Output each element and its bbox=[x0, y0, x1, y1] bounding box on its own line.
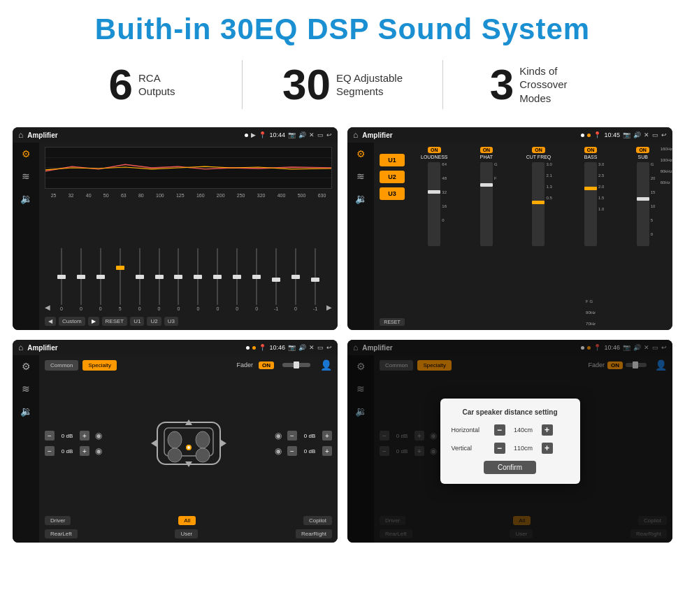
fader-control: Fader ON bbox=[236, 361, 310, 369]
fader-x-icon: ✕ bbox=[309, 344, 315, 351]
eq-back-btn[interactable]: ◀ bbox=[45, 317, 56, 326]
speaker-row-1: − 0 dB + ◉ bbox=[45, 431, 102, 440]
eq-slider-14[interactable]: -1 bbox=[307, 248, 324, 311]
fader-tab-specialty[interactable]: Specialty bbox=[82, 360, 116, 371]
crossover-u1-btn[interactable]: U1 bbox=[380, 154, 405, 166]
fader-driver-btn[interactable]: Driver bbox=[45, 516, 71, 525]
bass-name: BASS bbox=[584, 155, 598, 159]
eq-slider-3[interactable]: 0 bbox=[92, 248, 109, 311]
eq-u1-btn[interactable]: U1 bbox=[130, 317, 144, 326]
crossover-sidebar-speaker-icon[interactable]: 🔉 bbox=[355, 193, 367, 204]
fader-sidebar-speaker-icon[interactable]: 🔉 bbox=[20, 406, 32, 417]
speaker1-minus[interactable]: − bbox=[45, 431, 55, 440]
loudness-toggle[interactable]: ON bbox=[428, 147, 441, 153]
sub-slider[interactable] bbox=[637, 162, 649, 246]
distance-dialog: Car speaker distance setting Horizontal … bbox=[440, 399, 580, 484]
crossover-sidebar-wave-icon[interactable]: ≋ bbox=[356, 171, 365, 182]
fader-layout: − 0 dB + ◉ − 0 dB + ◉ bbox=[45, 375, 332, 512]
speaker4-plus[interactable]: + bbox=[322, 446, 332, 456]
eq-back-icon[interactable]: ↩ bbox=[326, 131, 332, 138]
fader-user-btn[interactable]: User bbox=[175, 529, 198, 538]
dialog-horizontal-plus[interactable]: + bbox=[542, 424, 553, 436]
fader-sidebar-equalizer-icon[interactable]: ⚙ bbox=[22, 361, 31, 372]
eq-preset-custom[interactable]: Custom bbox=[59, 317, 85, 326]
eq-slider-8[interactable]: 0 bbox=[189, 248, 206, 311]
fader-pin-icon: 📍 bbox=[259, 344, 266, 351]
eq-slider-1[interactable]: 0 bbox=[53, 248, 70, 311]
eq-scroll-left-icon[interactable]: ◀ bbox=[45, 303, 50, 311]
cutfreq-toggle[interactable]: ON bbox=[532, 147, 545, 153]
eq-dot-1 bbox=[245, 134, 248, 137]
eq-play-btn[interactable]: ▶ bbox=[88, 317, 99, 326]
speaker1-plus[interactable]: + bbox=[80, 431, 89, 440]
dialog-horizontal-minus[interactable]: − bbox=[494, 424, 505, 436]
dialog-vertical-minus[interactable]: − bbox=[494, 443, 505, 454]
cutfreq-slider[interactable] bbox=[532, 162, 545, 246]
eq-u3-btn[interactable]: U3 bbox=[164, 317, 178, 326]
speaker3-plus[interactable]: + bbox=[322, 431, 332, 440]
fader-home-icon[interactable]: ⌂ bbox=[18, 343, 23, 352]
eq-slider-11[interactable]: 0 bbox=[248, 248, 265, 311]
speaker3-minus[interactable]: − bbox=[287, 431, 297, 440]
eq-graph bbox=[45, 147, 332, 189]
eq-reset-btn[interactable]: RESET bbox=[102, 317, 128, 326]
crossover-screen-content: ⚙ ≋ 🔉 U1 U2 U3 RESET ON LOUDNESS bbox=[347, 143, 672, 330]
speaker3-icon: ◉ bbox=[275, 431, 282, 440]
fader-all-btn[interactable]: All bbox=[178, 516, 196, 525]
channel-phat: ON PHAT G F bbox=[463, 147, 511, 326]
fader-bottom-btns: Driver All Copilot bbox=[45, 516, 332, 525]
eq-vol-icon: 🔊 bbox=[298, 131, 306, 138]
fader-tab-common[interactable]: Common bbox=[45, 360, 78, 371]
dialog-confirm-button[interactable]: Confirm bbox=[484, 461, 536, 474]
fader-toggle[interactable]: ON bbox=[259, 361, 274, 369]
eq-slider-13[interactable]: 0 bbox=[287, 248, 304, 311]
crossover-sidebar-equalizer-icon[interactable]: ⚙ bbox=[356, 148, 366, 159]
loudness-slider[interactable] bbox=[428, 162, 440, 246]
phat-toggle[interactable]: ON bbox=[480, 147, 493, 153]
speaker2-plus[interactable]: + bbox=[80, 446, 89, 456]
eq-slider-6[interactable]: 0 bbox=[151, 248, 168, 311]
eq-slider-4[interactable]: 5 bbox=[112, 248, 129, 311]
eq-slider-7[interactable]: 0 bbox=[171, 248, 187, 311]
eq-scroll-right-icon[interactable]: ▶ bbox=[326, 303, 332, 311]
eq-pin-icon: 📍 bbox=[259, 131, 266, 138]
eq-sidebar-equalizer-icon[interactable]: ⚙ bbox=[22, 148, 31, 159]
dialog-vertical-plus[interactable]: + bbox=[542, 443, 553, 454]
phat-slider[interactable] bbox=[480, 162, 493, 246]
fader-bottom-btns-2: RearLeft User RearRight bbox=[45, 529, 332, 538]
fader-cam-icon: 📷 bbox=[288, 344, 296, 351]
eq-slider-12[interactable]: -1 bbox=[268, 248, 284, 311]
speaker4-minus[interactable]: − bbox=[287, 446, 297, 456]
fader-dot-1 bbox=[246, 346, 250, 350]
fader-rearright-btn[interactable]: RearRight bbox=[296, 529, 332, 538]
speaker4-val: 0 dB bbox=[300, 448, 319, 454]
eq-slider-5[interactable]: 0 bbox=[131, 248, 148, 311]
sub-toggle[interactable]: ON bbox=[636, 147, 649, 153]
eq-u2-btn[interactable]: U2 bbox=[147, 317, 161, 326]
bass-slider[interactable] bbox=[584, 162, 597, 246]
eq-slider-2[interactable]: 0 bbox=[73, 248, 89, 311]
eq-home-icon[interactable]: ⌂ bbox=[18, 130, 23, 140]
speaker2-val: 0 dB bbox=[57, 448, 77, 454]
speaker2-minus[interactable]: − bbox=[45, 446, 55, 456]
eq-status-bar: ⌂ Amplifier ▶ 📍 10:44 📷 🔊 ✕ ▭ ↩ bbox=[13, 127, 338, 143]
channel-loudness: ON LOUDNESS 64 48 32 16 0 bbox=[410, 147, 459, 326]
crossover-back-icon[interactable]: ↩ bbox=[661, 131, 667, 138]
stat-crossover-number: 3 bbox=[490, 63, 514, 106]
crossover-app-name: Amplifier bbox=[362, 131, 577, 139]
eq-sidebar-speaker-icon[interactable]: 🔉 bbox=[20, 193, 32, 204]
crossover-u3-btn[interactable]: U3 bbox=[380, 187, 405, 200]
fader-sidebar-wave-icon[interactable]: ≋ bbox=[22, 383, 30, 394]
eq-slider-10[interactable]: 0 bbox=[229, 248, 245, 311]
crossover-status-icons: 📍 10:45 📷 🔊 ✕ ▭ ↩ bbox=[581, 131, 667, 138]
fader-rearleft-btn[interactable]: RearLeft bbox=[45, 529, 78, 538]
crossover-x-icon: ✕ bbox=[644, 131, 649, 138]
bass-toggle[interactable]: ON bbox=[584, 147, 598, 153]
fader-back-icon[interactable]: ↩ bbox=[326, 344, 332, 351]
fader-copilot-btn[interactable]: Copilot bbox=[303, 516, 332, 525]
crossover-u2-btn[interactable]: U2 bbox=[380, 171, 405, 183]
eq-sidebar-wave-icon[interactable]: ≋ bbox=[22, 171, 30, 182]
crossover-home-icon[interactable]: ⌂ bbox=[353, 130, 358, 140]
crossover-reset-btn[interactable]: RESET bbox=[380, 318, 405, 326]
eq-slider-9[interactable]: 0 bbox=[209, 248, 226, 311]
